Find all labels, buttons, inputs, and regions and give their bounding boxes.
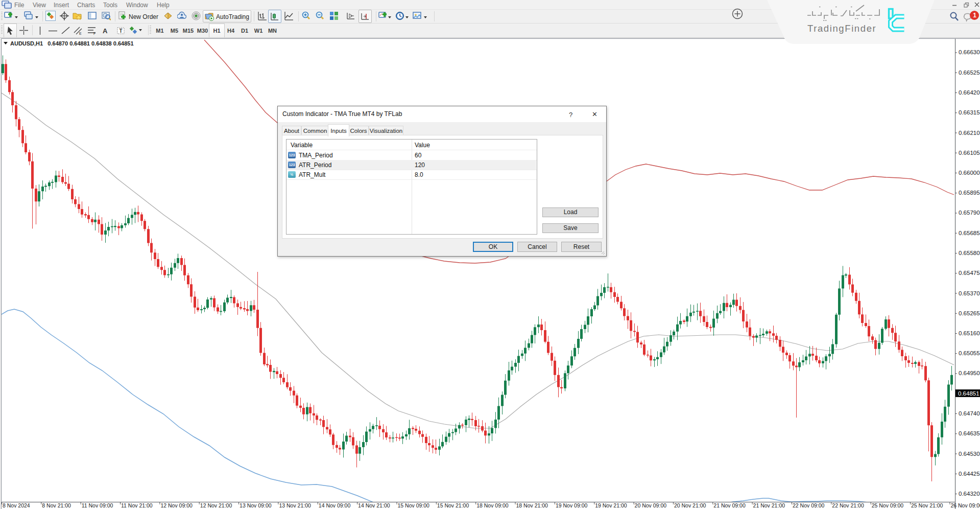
svg-text:0.64950: 0.64950 — [959, 370, 980, 376]
svg-text:0.65790: 0.65790 — [959, 210, 980, 216]
svg-text:0.64320: 0.64320 — [959, 491, 980, 497]
svg-text:20 Nov 21:00: 20 Nov 21:00 — [674, 502, 706, 508]
svg-text:0.64425: 0.64425 — [959, 471, 980, 477]
svg-text:18 Nov 21:00: 18 Nov 21:00 — [516, 502, 548, 508]
svg-text:8 Nov 21:00: 8 Nov 21:00 — [42, 502, 71, 508]
svg-text:0.65475: 0.65475 — [959, 270, 980, 276]
svg-text:15 Nov 21:00: 15 Nov 21:00 — [437, 502, 469, 508]
svg-text:19 Nov 21:00: 19 Nov 21:00 — [595, 502, 627, 508]
svg-text:0.66315: 0.66315 — [959, 109, 980, 115]
svg-text:11 Nov 09:00: 11 Nov 09:00 — [82, 502, 113, 508]
svg-text:AUDUSD,H1 0.64870 0.64881 0.: AUDUSD,H1 0.64870 0.64881 0.64838 0.6485… — [10, 40, 134, 47]
svg-text:0.65895: 0.65895 — [959, 190, 980, 196]
svg-text:12 Nov 09:00: 12 Nov 09:00 — [160, 502, 193, 508]
svg-text:0.66630: 0.66630 — [959, 49, 980, 55]
svg-text:26 Nov 09:00: 26 Nov 09:00 — [950, 502, 980, 508]
svg-text:1: 1 — [973, 12, 976, 19]
svg-text:22 Nov 09:00: 22 Nov 09:00 — [793, 502, 825, 508]
svg-text:0.65580: 0.65580 — [959, 250, 980, 256]
svg-text:0.65160: 0.65160 — [959, 330, 980, 336]
svg-text:0.66000: 0.66000 — [959, 170, 980, 176]
svg-text:11 Nov 21:00: 11 Nov 21:00 — [121, 502, 153, 508]
svg-text:20 Nov 09:00: 20 Nov 09:00 — [635, 502, 667, 508]
svg-text:21 Nov 21:00: 21 Nov 21:00 — [753, 502, 785, 508]
svg-text:0.65265: 0.65265 — [959, 310, 980, 316]
svg-text:0.64635: 0.64635 — [959, 430, 980, 436]
svg-text:0.66525: 0.66525 — [959, 70, 980, 76]
svg-text:25 Nov 09:00: 25 Nov 09:00 — [872, 502, 904, 508]
svg-text:19 Nov 09:00: 19 Nov 09:00 — [556, 502, 588, 508]
svg-text:8 Nov 2024: 8 Nov 2024 — [3, 502, 30, 508]
svg-text:18 Nov 09:00: 18 Nov 09:00 — [476, 502, 509, 508]
svg-text:0.64740: 0.64740 — [959, 410, 980, 417]
svg-text:T: T — [119, 28, 123, 34]
svg-text:0.64530: 0.64530 — [959, 451, 980, 457]
svg-text:0.66420: 0.66420 — [959, 89, 980, 96]
svg-text:E: E — [79, 32, 82, 35]
svg-text:14 Nov 21:00: 14 Nov 21:00 — [358, 502, 390, 508]
svg-text:0.65370: 0.65370 — [959, 290, 980, 296]
svg-text:0.66105: 0.66105 — [959, 150, 980, 156]
svg-text:13 Nov 21:00: 13 Nov 21:00 — [279, 502, 311, 508]
svg-text:25 Nov 21:00: 25 Nov 21:00 — [911, 502, 943, 508]
svg-text:0.65685: 0.65685 — [959, 230, 980, 236]
svg-text:14 Nov 09:00: 14 Nov 09:00 — [319, 502, 351, 508]
svg-text:22 Nov 21:00: 22 Nov 21:00 — [832, 502, 864, 508]
svg-text:21 Nov 09:00: 21 Nov 09:00 — [713, 502, 746, 508]
svg-text:0.64851: 0.64851 — [958, 390, 979, 397]
svg-text:F: F — [93, 32, 95, 35]
svg-text:0.65055: 0.65055 — [959, 350, 980, 356]
svg-text:13 Nov 09:00: 13 Nov 09:00 — [240, 502, 272, 508]
svg-text:TradingFinder: TradingFinder — [807, 23, 876, 34]
svg-text:0.66210: 0.66210 — [959, 130, 980, 136]
svg-text:12 Nov 21:00: 12 Nov 21:00 — [200, 502, 232, 508]
svg-text:15 Nov 09:00: 15 Nov 09:00 — [398, 502, 430, 508]
